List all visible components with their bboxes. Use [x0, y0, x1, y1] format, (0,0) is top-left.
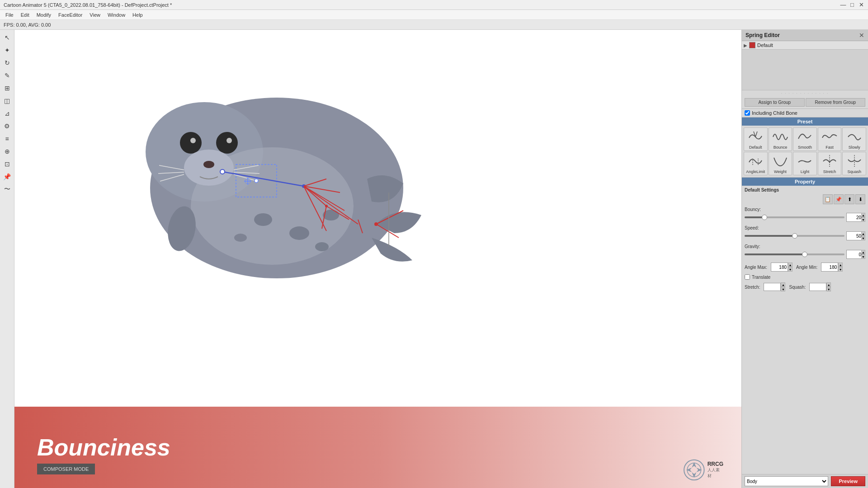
squash-decrement[interactable]: ▼ [826, 287, 831, 291]
composer-mode-button[interactable]: COMPOSER MODE [37, 464, 95, 474]
preset-grid: Default Bounce Smooth Fast [742, 126, 868, 178]
preset-stretch-icon [821, 153, 838, 169]
remove-from-group-button[interactable]: Remove from Group [806, 98, 866, 107]
stretch-increment[interactable]: ▲ [781, 282, 785, 287]
spring-editor-header: Spring Editor ✕ [742, 30, 868, 41]
property-icon-row: 📋 📌 ⬆ ⬇ [745, 194, 865, 204]
squash-increment[interactable]: ▲ [826, 282, 831, 287]
bottom-overlay: Bounciness [14, 407, 741, 488]
spring-editor-close-button[interactable]: ✕ [859, 32, 864, 39]
prop-up-button[interactable]: ⬆ [844, 194, 854, 204]
bouncy-thumb[interactable] [762, 215, 767, 220]
preset-fast[interactable]: Fast [818, 127, 842, 151]
tool-add[interactable]: ✦ [1, 44, 13, 56]
speed-track[interactable] [745, 235, 844, 237]
preset-weight[interactable]: Weight [769, 152, 793, 175]
menu-file[interactable]: File [2, 11, 17, 19]
menu-edit[interactable]: Edit [17, 11, 33, 19]
gravity-spinner: ▲ ▼ [861, 250, 865, 259]
gravity-decrement[interactable]: ▼ [861, 254, 865, 259]
preview-button[interactable]: Preview [831, 476, 865, 486]
angle-min-decrement[interactable]: ▼ [838, 267, 843, 272]
bouncy-control: ▲ ▼ [745, 213, 865, 222]
speed-input[interactable] [847, 234, 861, 239]
speed-increment[interactable]: ▲ [861, 231, 865, 236]
squash-input[interactable] [809, 283, 826, 291]
translate-row: Translate [745, 274, 865, 280]
tool-spring[interactable]: 〜 [1, 183, 13, 195]
menu-window[interactable]: Window [104, 11, 129, 19]
tool-mesh[interactable]: ⊡ [1, 158, 13, 170]
preset-smooth[interactable]: Smooth [793, 127, 817, 151]
preset-slowly-icon [846, 129, 863, 145]
tool-bone[interactable]: ⊕ [1, 145, 13, 157]
bouncy-decrement[interactable]: ▼ [861, 217, 865, 222]
body-dropdown[interactable]: Body [745, 476, 828, 486]
prop-paste-button[interactable]: 📌 [834, 194, 844, 204]
bouncy-input[interactable] [847, 215, 861, 220]
preset-light[interactable]: Light [793, 152, 817, 175]
maximize-button[interactable]: □ [849, 2, 855, 8]
prop-down-button[interactable]: ⬇ [855, 194, 865, 204]
tool-rotate[interactable]: ↻ [1, 57, 13, 69]
gravity-value-box: ▲ ▼ [846, 250, 865, 259]
include-child-bone-label: Including Child Bone [752, 110, 797, 116]
preset-fast-label: Fast [826, 145, 834, 150]
close-button[interactable]: ✕ [858, 2, 864, 8]
speed-thumb[interactable] [792, 233, 797, 239]
tool-box[interactable]: ◫ [1, 95, 13, 107]
preset-bounce-icon [772, 129, 788, 145]
fps-bar: FPS: 0.00, AVG: 0.00 [0, 20, 868, 30]
gravity-input[interactable] [847, 252, 861, 257]
preset-anglelimit[interactable]: AngleLimit [744, 152, 768, 175]
canvas-area: Bounciness COMPOSER MODE RRCG 人人素材 [14, 30, 741, 488]
menu-modify[interactable]: Modify [33, 11, 55, 19]
angle-min-label: Angle Min: [796, 265, 817, 270]
translate-checkbox[interactable] [745, 274, 750, 280]
gravity-thumb[interactable] [802, 252, 807, 257]
tool-draw[interactable]: ✎ [1, 70, 13, 81]
menu-help[interactable]: Help [129, 11, 146, 19]
angle-max-decrement[interactable]: ▼ [788, 267, 793, 272]
preset-bounce[interactable]: Bounce [769, 127, 793, 151]
group-label: Default [757, 42, 773, 48]
stretch-input[interactable] [764, 283, 781, 291]
tool-pin[interactable]: 📌 [1, 171, 13, 183]
preset-stretch[interactable]: Stretch [818, 152, 842, 175]
tool-layers[interactable]: ≡ [1, 133, 13, 145]
svg-point-4 [289, 226, 309, 240]
menu-faceeditor[interactable]: FaceEditor [55, 11, 86, 19]
preset-slowly-label: Slowly [849, 145, 860, 150]
bounciness-label: Bounciness [37, 434, 170, 461]
bouncy-track[interactable] [745, 216, 844, 218]
speed-spinner: ▲ ▼ [861, 231, 865, 240]
include-child-bone-checkbox[interactable] [745, 110, 750, 116]
stretch-decrement[interactable]: ▼ [781, 287, 785, 291]
preset-weight-label: Weight [774, 169, 787, 174]
angle-min-input[interactable] [821, 263, 838, 272]
preset-default[interactable]: Default [744, 127, 768, 151]
tool-transform[interactable]: ⊿ [1, 108, 13, 119]
gravity-track[interactable] [745, 253, 844, 255]
tool-select[interactable]: ↖ [1, 32, 13, 43]
assign-to-group-button[interactable]: Assign to Group [745, 98, 805, 107]
prop-copy-button[interactable]: 📋 [823, 194, 833, 204]
preset-slowly[interactable]: Slowly [842, 127, 866, 151]
angle-max-increment[interactable]: ▲ [788, 263, 793, 267]
gravity-control: ▲ ▼ [745, 250, 865, 259]
tool-grid[interactable]: ⊞ [1, 82, 13, 94]
bouncy-increment[interactable]: ▲ [861, 213, 865, 217]
preset-squash[interactable]: Squash [842, 152, 866, 175]
speed-decrement[interactable]: ▼ [861, 236, 865, 240]
gravity-fill [745, 253, 805, 255]
svg-point-10 [216, 132, 238, 154]
default-group-row[interactable]: ▶ Default [742, 41, 868, 50]
angle-min-increment[interactable]: ▲ [838, 263, 843, 267]
minimize-button[interactable]: — [840, 2, 846, 8]
tool-settings[interactable]: ⚙ [1, 120, 13, 132]
speed-label: Speed: [745, 225, 865, 230]
menu-view[interactable]: View [86, 11, 104, 19]
squash-spinner: ▲ ▼ [826, 282, 831, 291]
angle-max-input[interactable] [771, 263, 788, 272]
gravity-increment[interactable]: ▲ [861, 250, 865, 254]
